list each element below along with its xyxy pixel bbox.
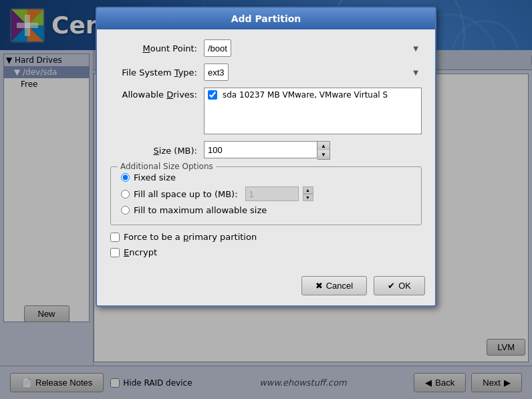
filesystem-control: ext3 (204, 63, 422, 81)
encrypt-row: Encrypt (110, 247, 422, 257)
fill-space-spinner: ▲ ▼ (303, 186, 313, 201)
force-primary-checkbox[interactable] (110, 233, 120, 242)
drive-list-item[interactable]: sda 10237 MB VMware, VMware Virtual S (205, 88, 421, 102)
encrypt-checkbox[interactable] (110, 248, 120, 257)
force-primary-row: Force to be a primary partition (110, 232, 422, 242)
ok-icon: ✔ (388, 281, 395, 291)
fill-space-radio[interactable] (121, 190, 130, 198)
fill-space-label: Fill all space up to (MB): (134, 189, 238, 199)
ok-label: OK (398, 281, 411, 291)
cancel-button[interactable]: ✖ Cancel (301, 276, 367, 295)
drives-listbox-control: sda 10237 MB VMware, VMware Virtual S (204, 88, 422, 134)
mount-point-select-wrapper: /boot (204, 39, 422, 57)
cancel-label: Cancel (326, 281, 353, 291)
drive-checkbox[interactable] (208, 90, 217, 100)
ok-button[interactable]: ✔ OK (374, 276, 425, 295)
dialog-title: Add Partition (231, 13, 301, 24)
filesystem-select-wrapper: ext3 (204, 63, 422, 81)
fill-max-radio[interactable] (121, 206, 130, 215)
fixed-size-radio[interactable] (121, 173, 130, 182)
mount-point-select[interactable]: /boot (204, 39, 231, 57)
drive-entry: sda 10237 MB VMware, VMware Virtual S (223, 90, 388, 100)
fixed-size-row: Fixed size (121, 172, 411, 182)
filesystem-label: File System Type: (110, 68, 204, 78)
fixed-size-label: Fixed size (134, 172, 176, 182)
filesystem-row: File System Type: ext3 (110, 63, 422, 81)
fill-max-label: Fill to maximum allowable size (134, 205, 267, 215)
mount-point-row: Mount Point: /boot (110, 39, 422, 57)
fill-space-row: Fill all space up to (MB): ▲ ▼ (121, 186, 411, 201)
allowable-drives-label: Allowable Drives: (110, 88, 204, 100)
encrypt-label: Encrypt (124, 247, 157, 257)
force-primary-label: Force to be a primary partition (124, 232, 257, 242)
dialog-body: Mount Point: /boot File System Type: (97, 29, 435, 273)
additional-size-options: Additional Size Options Fixed size Fill … (110, 166, 422, 225)
size-up-button[interactable]: ▲ (317, 142, 329, 150)
dialog-title-bar: Add Partition (97, 8, 435, 29)
cancel-icon: ✖ (315, 281, 323, 291)
dialog-footer: ✖ Cancel ✔ OK (97, 273, 435, 305)
fill-space-input[interactable] (245, 186, 299, 201)
size-down-button[interactable]: ▼ (317, 150, 329, 159)
size-options-legend: Additional Size Options (118, 162, 216, 171)
size-row: Size (MB): 100 ▲ ▼ (110, 141, 422, 160)
fill-space-down-button[interactable]: ▼ (303, 194, 313, 201)
size-input[interactable]: 100 (204, 141, 317, 158)
allowable-drives-row: Allowable Drives: sda 10237 MB VMware, V… (110, 88, 422, 134)
size-control: 100 ▲ ▼ (204, 141, 422, 160)
size-label: Size (MB): (110, 146, 204, 156)
mount-point-control: /boot (204, 39, 422, 57)
mount-point-label: Mount Point: (110, 43, 204, 53)
size-spinner-buttons: ▲ ▼ (317, 141, 330, 160)
drives-listbox[interactable]: sda 10237 MB VMware, VMware Virtual S (204, 88, 422, 134)
fill-max-row: Fill to maximum allowable size (121, 205, 411, 215)
size-spinner: 100 ▲ ▼ (204, 141, 330, 160)
add-partition-dialog: Add Partition Mount Point: /boot (96, 7, 436, 307)
fill-space-up-button[interactable]: ▲ (303, 186, 313, 194)
modal-overlay: Add Partition Mount Point: /boot (0, 0, 532, 399)
filesystem-select[interactable]: ext3 (204, 63, 229, 81)
